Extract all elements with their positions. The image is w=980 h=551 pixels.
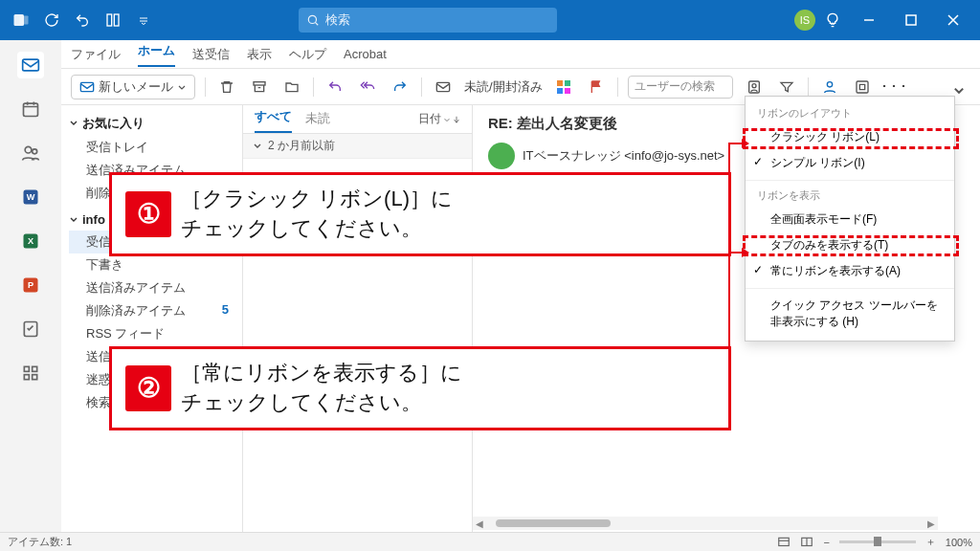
svg-point-19 [25, 146, 32, 153]
scroll-left-arrow[interactable]: ◀ [473, 518, 486, 529]
horizontal-scrollbar[interactable]: ◀ ▶ [473, 517, 938, 530]
msglist-tab-all[interactable]: すべて [255, 108, 292, 133]
delete-icon[interactable] [215, 76, 238, 99]
sync-icon[interactable] [38, 7, 65, 33]
dd-header-show: リボンを表示 [746, 185, 954, 207]
flag-icon[interactable] [585, 76, 608, 99]
folder-rss[interactable]: RSS フィード [69, 322, 234, 345]
svg-point-4 [308, 15, 316, 23]
reply-all-icon[interactable] [356, 76, 379, 99]
annotation-arrow-2 [727, 247, 756, 390]
status-bar: アイテム数: 1 − ＋ 100% [0, 532, 980, 551]
lightbulb-icon[interactable] [819, 7, 846, 33]
annotation-text-2: ［常にリボンを表示する］に チェックしてください。 [181, 359, 462, 418]
undo-icon[interactable] [69, 7, 96, 33]
layout-icon[interactable] [100, 7, 126, 33]
message-list: すべて 未読 日付 2 か月前以前 [243, 105, 473, 532]
move-icon[interactable] [280, 76, 303, 99]
dd-fullscreen[interactable]: 全画面表示モード(F) [746, 207, 954, 232]
svg-rect-11 [557, 88, 563, 94]
search-placeholder: 検索 [325, 11, 350, 29]
scroll-thumb[interactable] [496, 519, 611, 527]
user-search-input[interactable]: ユーザーの検索 [628, 76, 733, 99]
svg-point-20 [33, 149, 37, 154]
addins-icon[interactable] [851, 76, 874, 99]
rail-word-icon[interactable]: W [17, 184, 44, 210]
zoom-out-button[interactable]: − [823, 537, 829, 548]
status-item-count: アイテム数: 1 [8, 535, 72, 549]
svg-rect-16 [857, 81, 868, 93]
avatar[interactable]: IS [794, 10, 815, 31]
svg-rect-12 [565, 88, 570, 94]
tab-acrobat[interactable]: Acrobat [344, 47, 387, 61]
archive-icon[interactable] [248, 76, 271, 99]
tab-help[interactable]: ヘルプ [289, 46, 326, 63]
folder-sent[interactable]: 送信済みアイテム [69, 276, 234, 299]
rail-people-icon[interactable] [17, 140, 44, 166]
sender-line: ITベースナレッジ <info@jo-sys.net> [523, 147, 724, 165]
msglist-sort[interactable]: 日付 [418, 111, 460, 133]
outlook-icon[interactable] [8, 7, 34, 33]
rail-more-apps-icon[interactable] [17, 360, 44, 386]
maximize-button[interactable] [892, 0, 930, 40]
tab-sendreceive[interactable]: 送受信 [192, 46, 230, 63]
search-input[interactable]: 検索 [299, 8, 557, 33]
tab-file[interactable]: ファイル [71, 46, 121, 63]
dd-hide-qat[interactable]: クイック アクセス ツールバーを非表示にする (H) [746, 293, 954, 335]
rail-calendar-icon[interactable] [17, 96, 44, 122]
svg-point-15 [827, 81, 832, 86]
zoom-in-button[interactable]: ＋ [925, 535, 936, 549]
svg-rect-9 [557, 80, 563, 86]
svg-rect-18 [24, 103, 38, 116]
scroll-right-arrow[interactable]: ▶ [924, 518, 938, 529]
person-icon[interactable] [818, 76, 841, 99]
view-normal-icon[interactable] [777, 536, 791, 549]
rail-powerpoint-icon[interactable]: P [17, 272, 44, 298]
folder-drafts[interactable]: 下書き [69, 253, 234, 276]
annotation-callout-1: ① ［クラシック リボン(L)］に チェックしてください。 [109, 172, 731, 256]
more-commands[interactable]: ･･･ [883, 76, 906, 99]
forward-icon[interactable] [389, 76, 412, 99]
new-mail-button[interactable]: 新しいメール [71, 75, 195, 99]
ribbon-tabs: ファイル ホーム 送受信 表示 ヘルプ Acrobat [0, 40, 980, 69]
svg-rect-6 [80, 82, 93, 91]
msglist-tab-unread[interactable]: 未読 [305, 110, 330, 133]
svg-text:W: W [27, 192, 35, 202]
annotation-highlight-2 [743, 235, 959, 256]
annotation-arrow-1 [727, 138, 756, 214]
minimize-button[interactable] [850, 0, 888, 40]
user-search-placeholder: ユーザーの検索 [635, 78, 715, 95]
svg-rect-5 [906, 15, 916, 25]
addressbook-icon[interactable] [743, 76, 766, 99]
dd-always-show[interactable]: 常にリボンを表示する(A) [746, 258, 954, 284]
rail-excel-icon[interactable]: X [17, 228, 44, 254]
svg-rect-31 [33, 375, 37, 380]
tab-home[interactable]: ホーム [138, 42, 175, 67]
folder-item[interactable]: 受信トレイ [69, 136, 234, 159]
view-reading-icon[interactable] [800, 536, 813, 549]
svg-rect-8 [436, 82, 449, 91]
dd-simple-ribbon[interactable]: シンプル リボン(I) [746, 150, 954, 176]
tab-view[interactable]: 表示 [247, 46, 272, 63]
categorize-icon[interactable] [552, 76, 575, 99]
folder-deleted[interactable]: 削除済みアイテム5 [69, 299, 234, 322]
annotation-text-1: ［クラシック リボン(L)］に チェックしてください。 [181, 185, 453, 244]
msglist-group-header[interactable]: 2 か月前以前 [243, 134, 472, 159]
filter-icon[interactable] [775, 76, 798, 99]
zoom-value: 100% [946, 537, 972, 548]
svg-point-14 [752, 83, 756, 87]
svg-rect-30 [24, 375, 29, 380]
envelope-icon[interactable] [432, 76, 455, 99]
rail-todo-icon[interactable] [17, 316, 44, 342]
unread-read-label[interactable]: 未読/開封済み [464, 78, 543, 96]
zoom-slider[interactable] [839, 540, 916, 543]
rail-mail-icon[interactable] [17, 52, 44, 78]
qat-overflow-icon[interactable] [130, 7, 157, 33]
annotation-number-1: ① [125, 191, 171, 237]
close-button[interactable] [934, 0, 972, 40]
favorites-header[interactable]: お気に入り [69, 115, 234, 132]
svg-rect-28 [24, 366, 29, 371]
annotation-highlight-1 [743, 128, 959, 149]
svg-rect-17 [23, 59, 39, 71]
reply-icon[interactable] [323, 76, 346, 99]
